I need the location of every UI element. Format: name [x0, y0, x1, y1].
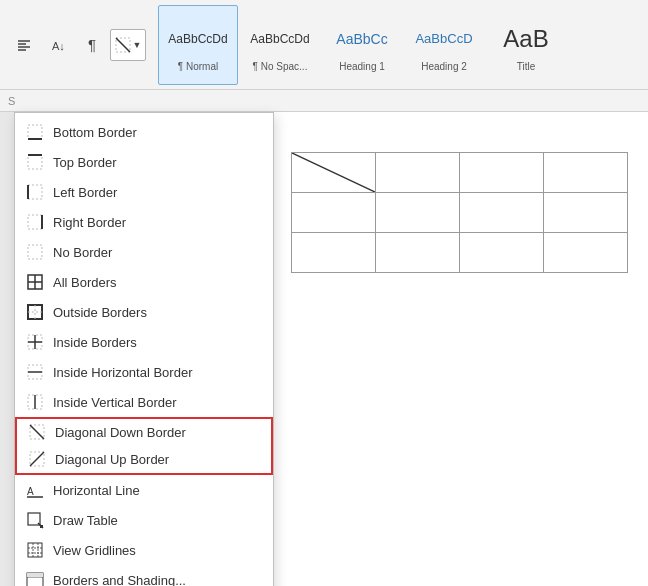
- menu-item-diagonal-down[interactable]: Diagonal Down Border: [15, 417, 273, 447]
- sort-btn[interactable]: A↓: [42, 29, 74, 61]
- menu-item-no-border[interactable]: No Border: [15, 237, 273, 267]
- menu-label-inside-borders: Inside Borders: [53, 335, 137, 350]
- menu-item-view-gridlines[interactable]: View Gridlines: [15, 535, 273, 565]
- menu-label-inside-vert: Inside Vertical Border: [53, 395, 177, 410]
- menu-label-outside-borders: Outside Borders: [53, 305, 147, 320]
- style-h2-preview: AaBbCcD: [415, 17, 472, 61]
- svg-rect-45: [27, 573, 43, 577]
- subtext-bar: S: [0, 90, 648, 112]
- style-nospace-label: ¶ No Spac...: [253, 61, 308, 73]
- table-cell: [292, 193, 376, 233]
- style-gallery: AaBbCcDd ¶ Normal AaBbCcDd ¶ No Spac... …: [158, 4, 566, 85]
- style-title[interactable]: AaB Title: [486, 5, 566, 85]
- menu-item-horizontal-line[interactable]: A Horizontal Line: [15, 475, 273, 505]
- style-nospace[interactable]: AaBbCcDd ¶ No Spac...: [240, 5, 320, 85]
- svg-rect-38: [28, 543, 42, 557]
- style-h1-preview: AaBbCc: [336, 17, 387, 61]
- dropdown-arrow: ▼: [133, 40, 142, 50]
- table-row: [292, 193, 628, 233]
- bottom-border-icon: [25, 122, 45, 142]
- inside-borders-icon: [25, 332, 45, 352]
- svg-line-32: [30, 452, 44, 466]
- diagonal-up-icon: [27, 449, 47, 469]
- menu-label-left-border: Left Border: [53, 185, 117, 200]
- para-symbol: ¶: [88, 36, 96, 53]
- table-row: [292, 153, 628, 193]
- menu-label-diagonal-up: Diagonal Up Border: [55, 452, 169, 467]
- menu-label-no-border: No Border: [53, 245, 112, 260]
- main-content: Bottom Border Top Border Left Border: [0, 112, 648, 586]
- sort-icon: A↓: [50, 37, 66, 53]
- table-cell: [460, 153, 544, 193]
- svg-line-30: [30, 425, 44, 439]
- menu-item-inside-vert[interactable]: Inside Vertical Border: [15, 387, 273, 417]
- table-cell-diagonal: [292, 153, 376, 193]
- horizontal-line-icon: A: [25, 480, 45, 500]
- table-cell: [544, 233, 628, 273]
- menu-label-diagonal-down: Diagonal Down Border: [55, 425, 186, 440]
- menu-item-draw-table[interactable]: Draw Table: [15, 505, 273, 535]
- toolbar: A↓ ¶ ▼ AaBbCcDd ¶ Normal AaBbCcDd ¶ No S…: [0, 0, 648, 90]
- style-nospace-preview: AaBbCcDd: [250, 17, 309, 61]
- menu-item-inside-borders[interactable]: Inside Borders: [15, 327, 273, 357]
- menu-item-right-border[interactable]: Right Border: [15, 207, 273, 237]
- no-border-icon: [25, 242, 45, 262]
- svg-rect-13: [28, 215, 42, 229]
- menu-item-outside-borders[interactable]: Outside Borders: [15, 297, 273, 327]
- style-title-preview: AaB: [503, 17, 548, 61]
- table-cell: [460, 193, 544, 233]
- style-normal[interactable]: AaBbCcDd ¶ Normal: [158, 5, 238, 85]
- table-cell: [460, 233, 544, 273]
- menu-item-inside-horiz[interactable]: Inside Horizontal Border: [15, 357, 273, 387]
- table-cell: [376, 153, 460, 193]
- menu-label-inside-horiz: Inside Horizontal Border: [53, 365, 192, 380]
- menu-item-left-border[interactable]: Left Border: [15, 177, 273, 207]
- document-table: [291, 152, 628, 273]
- show-para-btn[interactable]: ¶: [76, 29, 108, 61]
- svg-line-46: [292, 153, 375, 192]
- table-cell: [376, 193, 460, 233]
- svg-text:A: A: [27, 486, 34, 497]
- menu-label-bottom-border: Bottom Border: [53, 125, 137, 140]
- svg-rect-7: [28, 125, 42, 139]
- align-left-icon: [16, 37, 32, 53]
- style-h2-label: Heading 2: [421, 61, 467, 73]
- align-left-btn[interactable]: [8, 29, 40, 61]
- svg-rect-15: [28, 245, 42, 259]
- style-heading1[interactable]: AaBbCc Heading 1: [322, 5, 402, 85]
- menu-label-borders-shading: Borders and Shading...: [53, 573, 186, 587]
- style-normal-preview: AaBbCcDd: [168, 17, 227, 61]
- inside-horiz-icon: [25, 362, 45, 382]
- diagonal-down-icon: [27, 422, 47, 442]
- menu-label-all-borders: All Borders: [53, 275, 117, 290]
- style-title-label: Title: [517, 61, 536, 73]
- menu-label-draw-table: Draw Table: [53, 513, 118, 528]
- menu-item-all-borders[interactable]: All Borders: [15, 267, 273, 297]
- menu-item-borders-shading[interactable]: Borders and Shading...: [15, 565, 273, 586]
- svg-rect-37: [40, 525, 43, 528]
- outside-borders-icon: [25, 302, 45, 322]
- menu-label-horizontal-line: Horizontal Line: [53, 483, 140, 498]
- border-dropdown-btn[interactable]: ▼: [110, 29, 146, 61]
- subtext-bar-text: S: [8, 95, 15, 107]
- top-border-icon: [25, 152, 45, 172]
- svg-rect-11: [28, 185, 42, 199]
- style-heading2[interactable]: AaBbCcD Heading 2: [404, 5, 484, 85]
- svg-text:A↓: A↓: [52, 40, 65, 52]
- toolbar-left: A↓ ¶ ▼: [8, 4, 154, 85]
- table-cell: [376, 233, 460, 273]
- menu-item-diagonal-up[interactable]: Diagonal Up Border: [15, 445, 273, 475]
- border-dropdown-menu: Bottom Border Top Border Left Border: [14, 112, 274, 586]
- menu-item-bottom-border[interactable]: Bottom Border: [15, 117, 273, 147]
- menu-label-view-gridlines: View Gridlines: [53, 543, 136, 558]
- right-border-icon: [25, 212, 45, 232]
- table-cell: [544, 153, 628, 193]
- svg-rect-9: [28, 155, 42, 169]
- menu-label-top-border: Top Border: [53, 155, 117, 170]
- table-row: [292, 233, 628, 273]
- border-type-icon: [115, 37, 131, 53]
- borders-shading-icon: [25, 570, 45, 586]
- document-area: [270, 112, 648, 586]
- all-borders-icon: [25, 272, 45, 292]
- menu-item-top-border[interactable]: Top Border: [15, 147, 273, 177]
